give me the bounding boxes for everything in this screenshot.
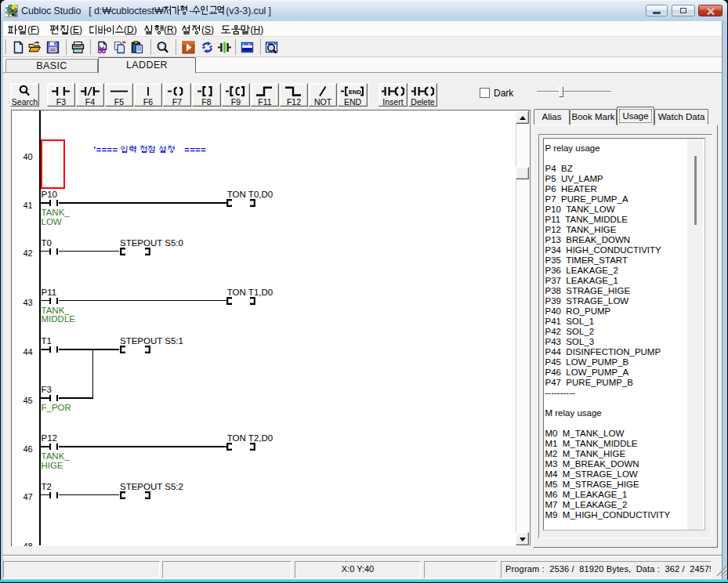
svg-text:END: END <box>349 89 361 96</box>
